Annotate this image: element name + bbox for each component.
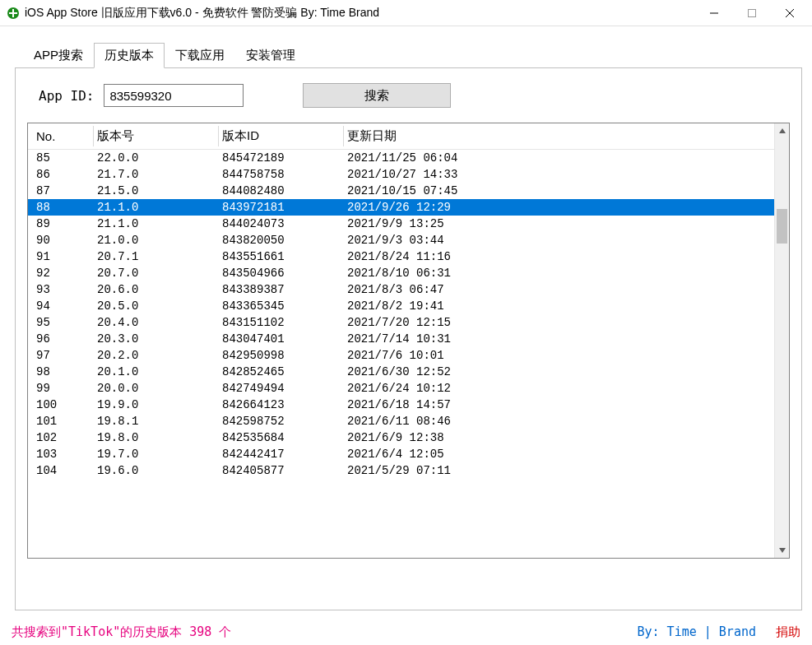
cell-date: 2021/6/30 12:52 <box>344 364 774 380</box>
window-controls <box>695 1 809 26</box>
cell-no: 95 <box>28 314 94 331</box>
table-row[interactable]: 8522.0.08454721892021/11/25 06:04 <box>28 150 774 167</box>
cell-version-id: 842749494 <box>219 380 344 397</box>
minimize-button[interactable] <box>695 1 733 26</box>
cell-date: 2021/8/2 19:41 <box>344 298 774 314</box>
cell-version: 19.6.0 <box>94 462 219 479</box>
tab-app-search[interactable]: APP搜索 <box>23 43 94 68</box>
scrollbar-track[interactable] <box>775 138 789 543</box>
tab-install-manage[interactable]: 安装管理 <box>235 43 306 68</box>
cell-no: 89 <box>28 216 94 232</box>
cell-date: 2021/6/11 08:46 <box>344 413 774 429</box>
cell-version: 20.7.1 <box>94 248 219 265</box>
version-table-scroll[interactable]: No. 版本号 版本ID 更新日期 8522.0.08454721892021/… <box>28 123 774 558</box>
cell-date: 2021/6/24 10:12 <box>344 380 774 397</box>
table-row[interactable]: 10219.8.08425356842021/6/9 12:38 <box>28 429 774 446</box>
cell-date: 2021/10/15 07:45 <box>344 183 774 199</box>
cell-version: 20.5.0 <box>94 298 219 314</box>
cell-date: 2021/11/25 06:04 <box>344 150 774 167</box>
table-row[interactable]: 9820.1.08428524652021/6/30 12:52 <box>28 364 774 380</box>
search-button[interactable]: 搜索 <box>303 83 451 108</box>
cell-version-id: 842950998 <box>219 347 344 364</box>
search-row: App ID: 搜索 <box>27 83 790 108</box>
cell-date: 2021/8/3 06:47 <box>344 281 774 298</box>
cell-date: 2021/10/27 14:33 <box>344 166 774 183</box>
cell-no: 98 <box>28 364 94 380</box>
cell-no: 99 <box>28 380 94 397</box>
cell-no: 88 <box>28 199 94 216</box>
cell-version-id: 843365345 <box>219 298 344 314</box>
column-header-no[interactable]: No. <box>28 123 94 150</box>
vertical-scrollbar[interactable] <box>774 123 789 558</box>
cell-no: 86 <box>28 166 94 183</box>
cell-version-id: 843820050 <box>219 232 344 248</box>
column-header-version[interactable]: 版本号 <box>94 123 219 150</box>
cell-date: 2021/8/10 06:31 <box>344 265 774 281</box>
column-header-version-id[interactable]: 版本ID <box>219 123 344 150</box>
cell-no: 85 <box>28 150 94 167</box>
table-row[interactable]: 8921.1.08440240732021/9/9 13:25 <box>28 216 774 232</box>
cell-version: 21.1.0 <box>94 216 219 232</box>
donate-link[interactable]: 捐助 <box>776 624 800 640</box>
table-row[interactable]: 9920.0.08427494942021/6/24 10:12 <box>28 380 774 397</box>
cell-version-id: 842405877 <box>219 462 344 479</box>
cell-version: 20.0.0 <box>94 380 219 397</box>
cell-version: 20.1.0 <box>94 364 219 380</box>
tab-history-version[interactable]: 历史版本 <box>94 43 165 68</box>
cell-version-id: 842852465 <box>219 364 344 380</box>
table-row[interactable]: 8821.1.08439721812021/9/26 12:29 <box>28 199 774 216</box>
table-row[interactable]: 10019.9.08426641232021/6/18 14:57 <box>28 397 774 413</box>
table-row[interactable]: 10419.6.08424058772021/5/29 07:11 <box>28 462 774 479</box>
cell-version-id: 843389387 <box>219 281 344 298</box>
table-row[interactable]: 10319.7.08424424172021/6/4 12:05 <box>28 446 774 462</box>
table-row[interactable]: 9021.0.08438200502021/9/3 03:44 <box>28 232 774 248</box>
table-row[interactable]: 9720.2.08429509982021/7/6 10:01 <box>28 347 774 364</box>
scroll-up-button[interactable] <box>775 123 789 138</box>
cell-date: 2021/6/9 12:38 <box>344 429 774 446</box>
tab-label: 下载应用 <box>175 48 225 62</box>
status-text: 共搜索到"TikTok"的历史版本 398 个 <box>12 624 231 640</box>
cell-version-id: 843504966 <box>219 265 344 281</box>
tab-label: APP搜索 <box>34 48 83 62</box>
cell-version: 19.9.0 <box>94 397 219 413</box>
column-header-date[interactable]: 更新日期 <box>344 123 774 150</box>
table-row[interactable]: 9220.7.08435049662021/8/10 06:31 <box>28 265 774 281</box>
scroll-down-button[interactable] <box>775 543 789 558</box>
cell-version: 21.1.0 <box>94 199 219 216</box>
table-row[interactable]: 9520.4.08431511022021/7/20 12:15 <box>28 314 774 331</box>
table-row[interactable]: 9620.3.08430474012021/7/14 10:31 <box>28 331 774 347</box>
cell-version-id: 842598752 <box>219 413 344 429</box>
cell-version: 21.5.0 <box>94 183 219 199</box>
cell-date: 2021/6/18 14:57 <box>344 397 774 413</box>
cell-version-id: 844082480 <box>219 183 344 199</box>
brand-link[interactable]: By: Time | Brand <box>638 624 757 639</box>
tab-download-app[interactable]: 下载应用 <box>165 43 235 68</box>
table-row[interactable]: 10119.8.18425987522021/6/11 08:46 <box>28 413 774 429</box>
table-row[interactable]: 9120.7.18435516612021/8/24 11:16 <box>28 248 774 265</box>
app-id-input[interactable] <box>104 84 244 107</box>
table-row[interactable]: 8721.5.08440824802021/10/15 07:45 <box>28 183 774 199</box>
cell-version-id: 843551661 <box>219 248 344 265</box>
version-table: No. 版本号 版本ID 更新日期 8522.0.08454721892021/… <box>28 123 774 479</box>
maximize-button[interactable] <box>733 1 771 26</box>
cell-version-id: 844024073 <box>219 216 344 232</box>
cell-no: 87 <box>28 183 94 199</box>
table-row[interactable]: 9320.6.08433893872021/8/3 06:47 <box>28 281 774 298</box>
scrollbar-thumb[interactable] <box>777 209 787 244</box>
cell-version-id: 842535684 <box>219 429 344 446</box>
cell-no: 103 <box>28 446 94 462</box>
cell-no: 100 <box>28 397 94 413</box>
table-row[interactable]: 8621.7.08447587582021/10/27 14:33 <box>28 166 774 183</box>
close-button[interactable] <box>771 1 809 26</box>
cell-version-id: 843972181 <box>219 199 344 216</box>
table-row[interactable]: 9420.5.08433653452021/8/2 19:41 <box>28 298 774 314</box>
app-icon <box>7 7 20 20</box>
cell-date: 2021/9/9 13:25 <box>344 216 774 232</box>
tab-strip: APP搜索 历史版本 下载应用 安装管理 <box>23 43 802 68</box>
cell-no: 93 <box>28 281 94 298</box>
cell-version: 20.2.0 <box>94 347 219 364</box>
cell-no: 96 <box>28 331 94 347</box>
app-id-label: App ID: <box>39 88 94 104</box>
tab-panel: App ID: 搜索 No. 版本号 版本ID 更新日期 8522.0.0845… <box>15 67 802 610</box>
tab-label: 历史版本 <box>104 48 154 62</box>
